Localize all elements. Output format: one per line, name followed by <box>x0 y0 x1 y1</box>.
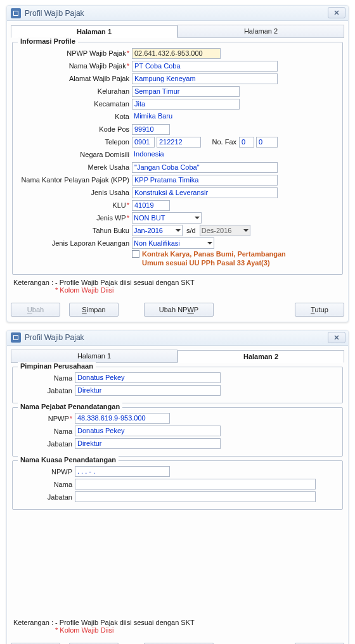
label-pejabat-jabatan: Jabatan <box>18 440 75 448</box>
legend-pejabat: Nama Pejabat Penandatangan <box>18 403 122 410</box>
label-npwp: NPWP Wajib Pajak* <box>18 49 132 57</box>
label-tahun-buku: Tahun Buku <box>18 227 132 234</box>
body-halaman-1: Informasi Profile NPWP Wajib Pajak* 02.6… <box>7 38 348 300</box>
tab-halaman-1[interactable]: Halaman 1 <box>11 25 178 38</box>
telepon-area-field[interactable]: 0901 <box>132 137 155 148</box>
npwp-field[interactable]: 02.641.432.6-953.000 <box>132 48 221 59</box>
tab-halaman-2[interactable]: Halaman 2 <box>178 350 344 363</box>
kelurahan-field[interactable]: Sempan Timur <box>132 86 240 97</box>
pejabat-npwp-field[interactable]: 48.338.619.9-953.000 <box>75 413 170 424</box>
kota-field: Mimika Baru <box>132 111 240 122</box>
legend-pimpinan: Pimpinan Perusahaan <box>18 362 96 370</box>
label-pimpinan-jabatan: Jabatan <box>18 387 75 395</box>
label-kodepos: Kode Pos <box>18 125 132 133</box>
label-pejabat-nama: Nama <box>18 427 75 435</box>
label-pimpinan-nama: Nama <box>18 374 75 382</box>
label-kuasa-nama: Nama <box>18 481 75 488</box>
group-pejabat: Nama Pejabat Penandatangan NPWP* 48.338.… <box>12 407 343 457</box>
label-jenis-wp: Jenis WP* <box>18 214 132 222</box>
group-pimpinan: Pimpinan Perusahaan Nama Donatus Pekey J… <box>12 367 343 403</box>
tab-halaman-1[interactable]: Halaman 1 <box>11 350 178 362</box>
spacer <box>12 514 343 615</box>
label-telepon: Telepon <box>18 138 132 146</box>
label-kelurahan: Kelurahan <box>18 87 132 95</box>
titlebar[interactable]: Profil Wajib Pajak <box>7 331 348 346</box>
group-kuasa: Nama Kuasa Penandatangan NPWP . . . - . … <box>12 460 343 510</box>
svg-rect-1 <box>14 11 18 15</box>
keterangan-block: Keterangan : - Profile Wajib Pajak diisi… <box>13 619 342 634</box>
ubah-button[interactable]: Ubah <box>11 303 60 317</box>
pimpinan-nama-field[interactable]: Donatus Pekey <box>75 372 221 383</box>
simpan-button[interactable]: Simpan <box>69 303 119 317</box>
merek-field[interactable]: "Jangan Coba Coba" <box>132 162 278 173</box>
label-kecamatan: Kecamatan <box>18 100 132 108</box>
window-title: Profil Wajib Pajak <box>25 333 84 342</box>
label-jlk: Jenis Laporan Keuangan <box>18 239 132 247</box>
svg-rect-5 <box>14 336 18 339</box>
close-button[interactable] <box>328 7 345 18</box>
button-bar: Ubah Simpan Ubah NPWP Tutup <box>7 300 348 322</box>
kecamatan-field[interactable]: Jita <box>132 99 240 110</box>
label-alamat: Alamat Wajib Pajak <box>18 75 132 82</box>
tab-halaman-2[interactable]: Halaman 2 <box>178 25 344 37</box>
fax-number-field[interactable]: 0 <box>256 137 278 148</box>
label-kuasa-npwp: NPWP <box>18 468 75 476</box>
label-merek: Merek Usaha <box>18 163 132 171</box>
kontrak-checkbox[interactable] <box>132 250 139 258</box>
kuasa-jabatan-field[interactable] <box>75 491 316 502</box>
telepon-number-field[interactable]: 212212 <box>157 137 201 148</box>
close-icon <box>333 334 340 341</box>
label-kuasa-jabatan: Jabatan <box>18 493 75 501</box>
window-profil-wajib-pajak: Profil Wajib Pajak Halaman 1 Halaman 2 I… <box>6 5 349 322</box>
pejabat-jabatan-field[interactable]: Direktur <box>75 438 221 449</box>
app-icon <box>11 8 21 18</box>
pimpinan-jabatan-field[interactable]: Direktur <box>75 385 221 396</box>
label-sd: s/d <box>183 227 200 234</box>
legend-kuasa: Nama Kuasa Penandatangan <box>18 456 119 464</box>
nama-wp-field[interactable]: PT Coba Coba <box>132 61 278 72</box>
window-title: Profil Wajib Pajak <box>25 9 84 18</box>
body-halaman-2: Pimpinan Perusahaan Nama Donatus Pekey J… <box>7 363 348 640</box>
kuasa-nama-field[interactable] <box>75 479 316 489</box>
keterangan-block: Keterangan : - Profile Wajib Pajak diisi… <box>13 279 342 294</box>
group-informasi-profile: Informasi Profile NPWP Wajib Pajak* 02.6… <box>12 42 343 275</box>
alamat-field[interactable]: Kampung Keneyam <box>132 73 278 84</box>
kpp-field[interactable]: KPP Pratama Timika <box>132 175 278 186</box>
tahun-buku-end-select[interactable]: Des-2016 <box>200 225 250 236</box>
kodepos-field[interactable]: 99910 <box>132 124 170 135</box>
jlk-select[interactable]: Non Kualifikasi <box>132 237 214 249</box>
jenis-usaha-field[interactable]: Konstruksi & Leveransir <box>132 187 278 198</box>
window-profil-wajib-pajak-2: Profil Wajib Pajak Halaman 1 Halaman 2 P… <box>6 330 349 645</box>
label-kpp: Nama Kantor Pelayan Pajak (KPP) <box>18 176 132 184</box>
tab-bar: Halaman 1 Halaman 2 <box>11 25 344 38</box>
button-bar: Ubah Simpan Ubah NPWP Tutup <box>7 640 348 645</box>
kuasa-npwp-field[interactable]: . . . - . <box>75 466 170 477</box>
label-kota: Kota <box>18 113 132 120</box>
label-pejabat-npwp: NPWP* <box>18 415 75 422</box>
label-negara: Negara Domisili <box>18 151 132 158</box>
close-button[interactable] <box>328 332 345 343</box>
klu-field[interactable]: 41019 <box>132 200 170 211</box>
tutup-button[interactable]: Tutup <box>295 303 344 317</box>
label-nofax: No. Fax <box>201 138 239 146</box>
app-icon <box>11 332 21 343</box>
jenis-wp-select[interactable]: NON BUT <box>132 212 202 224</box>
close-icon <box>333 9 340 16</box>
tahun-buku-start-select[interactable]: Jan-2016 <box>132 225 183 236</box>
fax-area-field[interactable]: 0 <box>239 137 254 148</box>
label-jenis-usaha: Jenis Usaha <box>18 189 132 196</box>
negara-field: Indonesia <box>132 149 240 160</box>
label-nama-wp: Nama Wajib Pajak* <box>18 62 132 70</box>
label-klu: KLU* <box>18 201 132 209</box>
titlebar[interactable]: Profil Wajib Pajak <box>7 6 348 21</box>
pejabat-nama-field[interactable]: Donatus Pekey <box>75 426 221 436</box>
ubah-npwp-button[interactable]: Ubah NPWP <box>144 303 214 317</box>
tab-bar: Halaman 1 Halaman 2 <box>11 350 344 363</box>
label-kontrak: Kontrak Karya, Panas Bumi, Pertambangan … <box>142 250 307 268</box>
legend-informasi-profile: Informasi Profile <box>18 37 78 45</box>
